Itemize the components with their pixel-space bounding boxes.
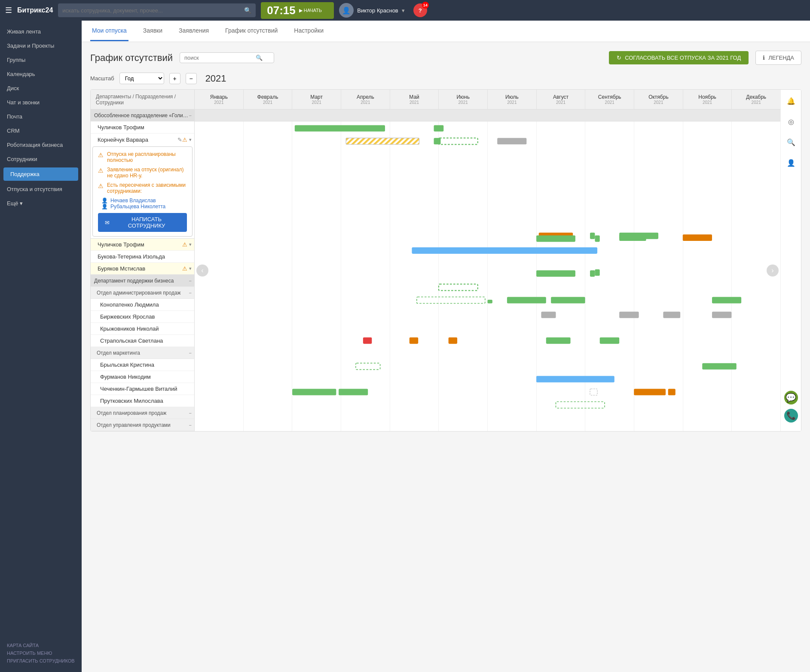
popup-link-nechaev[interactable]: 👤 Нечаев Владислав <box>101 198 187 204</box>
bar-korneychuk-popup-2[interactable] <box>590 233 595 239</box>
collapse-icon-5[interactable]: − <box>189 410 192 416</box>
chat-fab-icon[interactable]: 💬 <box>784 391 798 404</box>
bar-korneychuk-4[interactable] <box>536 271 575 277</box>
tab-settings[interactable]: Настройки <box>292 21 325 41</box>
dept-row-golitsino[interactable]: Обособленное подразделение «Голицыно» − <box>91 109 194 122</box>
bar-bukova-1[interactable] <box>412 247 597 254</box>
bar-birz-4[interactable] <box>712 312 731 318</box>
popup-link-rubaltseva[interactable]: 👤 Рубальцева Николетта <box>101 204 187 210</box>
bar-chech-4[interactable] <box>668 389 676 395</box>
bar-chech-2[interactable] <box>339 389 368 395</box>
collapse-icon-2[interactable]: − <box>189 278 192 283</box>
bar-korneychuk-dashed2[interactable] <box>439 284 478 291</box>
person-sidebar-icon[interactable]: 👤 <box>784 156 798 170</box>
start-button[interactable]: ▶ НАЧАТЬ <box>299 8 322 13</box>
configure-menu-link[interactable]: НАСТРОИТЬ МЕНЮ <box>7 651 75 656</box>
korneychuk-label-row[interactable]: Корнейчук Варвара ✎ ⚠ ▾ <box>91 134 194 146</box>
sidebar-item-staff[interactable]: Сотрудники <box>0 152 82 166</box>
bar-konop-3[interactable] <box>712 297 741 304</box>
search-input[interactable] <box>184 55 253 61</box>
collapse-icon-4[interactable]: − <box>189 350 192 356</box>
subdept-row-marketing[interactable]: Отдел маркетинга − <box>91 347 194 359</box>
bar-strap-5[interactable] <box>600 338 619 344</box>
bar-strap-2[interactable] <box>410 338 418 344</box>
zoom-in-button[interactable]: + <box>169 73 180 84</box>
nav-next-button[interactable]: › <box>767 265 779 277</box>
bar-chech-outline[interactable] <box>590 389 597 395</box>
bar-chech-3[interactable] <box>634 389 666 395</box>
bar-kor6[interactable] <box>595 269 599 276</box>
sidebar-item-more[interactable]: Ещё ▾ <box>0 197 82 210</box>
bar-korneychuk-2[interactable] <box>434 138 441 144</box>
agree-all-button[interactable]: ↻ СОГЛАСОВАТЬ ВСЕ ОТПУСКА ЗА 2021 ГОД <box>609 51 749 64</box>
bar-korneychuk-3[interactable] <box>497 138 526 144</box>
site-map-link[interactable]: КАРТА САЙТА <box>7 643 75 648</box>
bar-konop-1[interactable] <box>507 297 546 304</box>
bar-birz-1[interactable] <box>541 312 556 318</box>
bar-c2-4[interactable] <box>683 234 712 241</box>
collapse-icon-6[interactable]: − <box>189 423 192 428</box>
analytics-icon[interactable]: ◎ <box>784 115 798 128</box>
expand-icon-3[interactable]: ▾ <box>189 266 192 271</box>
bar-chulichkov1-2[interactable] <box>434 125 444 131</box>
nav-prev-button[interactable]: ‹ <box>196 265 208 277</box>
bar-konop-dot[interactable] <box>488 300 492 304</box>
dept-row-support[interactable]: Департамент поддержки бизнеса − <box>91 275 194 287</box>
bar-chulichkov1-1[interactable] <box>295 125 385 131</box>
bar-korneychuk-1[interactable] <box>346 138 419 144</box>
expand-icon[interactable]: ▾ <box>189 137 192 143</box>
tab-requests[interactable]: Заявки <box>141 21 164 41</box>
bar-strap-1[interactable] <box>363 338 372 344</box>
bar-chech-1[interactable] <box>292 389 336 395</box>
expand-icon-2[interactable]: ▾ <box>189 242 192 247</box>
bar-korneychuk-outline[interactable] <box>439 138 478 144</box>
tab-statements[interactable]: Заявления <box>177 21 211 41</box>
sidebar-item-lenta[interactable]: Живая лента <box>0 25 82 38</box>
bar-konop-outline[interactable] <box>417 297 485 304</box>
bar-birz-2[interactable] <box>619 312 639 318</box>
help-button[interactable]: ? 14 <box>413 3 427 17</box>
legend-button[interactable]: ℹ ЛЕГЕНДА <box>755 51 801 65</box>
scale-select[interactable]: Год Месяц Квартал <box>119 73 164 84</box>
tabs-bar: Мои отпуска Заявки Заявления График отсу… <box>82 21 810 42</box>
sidebar-item-tasks[interactable]: Задачи и Проекты <box>0 39 82 52</box>
subdept-row-admin[interactable]: Отдел администрирования продаж − <box>91 287 194 299</box>
bar-c2-2[interactable] <box>595 235 599 242</box>
phone-fab-icon[interactable]: 📞 <box>784 409 798 423</box>
zoom-out-button[interactable]: − <box>186 73 197 84</box>
global-search-input[interactable] <box>62 7 244 14</box>
search-sidebar-icon[interactable]: 🔍 <box>784 135 798 149</box>
tab-schedule[interactable]: График отсутствий <box>223 21 279 41</box>
bar-fur-1[interactable] <box>536 376 614 383</box>
collapse-icon-3[interactable]: − <box>189 290 192 295</box>
bar-strap-3[interactable] <box>449 338 457 344</box>
collapse-icon[interactable]: − <box>189 113 192 118</box>
bar-bryl-outline[interactable] <box>356 363 380 370</box>
sidebar-item-vacations[interactable]: Отпуска и отсутствия <box>0 182 82 196</box>
subdept-row-products[interactable]: Отдел управления продуктами − <box>91 419 194 431</box>
sidebar-item-groups[interactable]: Группы <box>0 53 82 67</box>
sidebar-item-robots[interactable]: Роботизация бизнеса <box>0 138 82 152</box>
write-employee-button[interactable]: ✉ НАПИСАТЬ СОТРУДНИКУ <box>98 213 187 232</box>
sidebar-item-calendar[interactable]: Календарь <box>0 67 82 81</box>
tab-my-vacations[interactable]: Мои отпуска <box>90 21 128 41</box>
sidebar-item-mail[interactable]: Почта <box>0 110 82 123</box>
bar-prut-outline[interactable] <box>556 402 605 408</box>
sidebar-item-support[interactable]: Поддержка <box>3 167 78 181</box>
bar-c2-3[interactable] <box>619 234 646 241</box>
sidebar-item-disk[interactable]: Диск <box>0 82 82 95</box>
user-area[interactable]: 👤 Виктор Краснов ▾ <box>339 3 405 18</box>
hamburger-icon[interactable]: ☰ <box>5 6 12 15</box>
bar-birz-3[interactable] <box>663 312 680 318</box>
bar-strap-4[interactable] <box>546 338 571 344</box>
invite-staff-link[interactable]: ПРИГЛАСИТЬ СОТРУДНИКОВ <box>7 658 75 663</box>
bar-bryl-1[interactable] <box>702 363 737 370</box>
sidebar-item-chat[interactable]: Чат и звонки <box>0 96 82 109</box>
sidebar-item-crm[interactable]: CRM <box>0 124 82 137</box>
edit-icon[interactable]: ✎ <box>177 137 182 143</box>
bar-korneychuk-5[interactable] <box>590 271 595 277</box>
notification-icon[interactable]: 🔔 <box>784 94 798 108</box>
bar-konop-2[interactable] <box>551 297 585 304</box>
bar-c2-1[interactable] <box>536 235 575 242</box>
subdept-row-planning[interactable]: Отдел планирования продаж − <box>91 407 194 419</box>
